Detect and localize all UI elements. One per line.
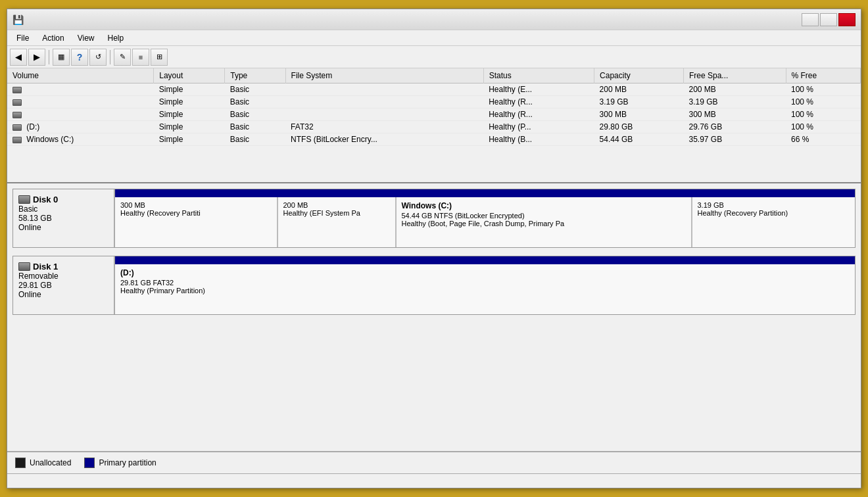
volume-icon — [12, 124, 22, 131]
toolbar-separator-2 — [110, 50, 110, 64]
table-row[interactable]: (D:)SimpleBasicFAT32Healthy (P...29.80 G… — [7, 121, 861, 133]
refresh-button[interactable]: ↺ — [89, 49, 107, 66]
disk-label-title: Disk 0 — [18, 195, 108, 204]
cell-free_space: 29.76 GB — [683, 121, 786, 133]
partition-cell[interactable]: 300 MBHealthy (Recovery Partiti — [115, 197, 278, 247]
disk-row: Disk 1Removable29.81 GBOnline(D:)29.81 G… — [12, 256, 856, 315]
cell-free_space: 300 MB — [683, 108, 786, 121]
disk-label-icon — [18, 195, 30, 204]
col-capacity[interactable]: Capacity — [594, 68, 684, 83]
menu-view[interactable]: View — [71, 32, 101, 44]
legend: Unallocated Primary partition — [7, 451, 861, 473]
toolbar: ◀ ▶ ▦ ? ↺ ✎ ≡ ⊞ — [7, 46, 861, 68]
disk-label: Disk 1Removable29.81 GBOnline — [13, 256, 115, 314]
cell-pct_free: 100 % — [786, 121, 860, 133]
cell-status: Healthy (R... — [483, 108, 594, 121]
grid-button[interactable]: ⊞ — [151, 49, 168, 66]
minimize-button[interactable] — [802, 13, 819, 26]
cell-status: Healthy (B... — [483, 133, 594, 146]
volume-icon — [12, 137, 22, 143]
cell-pct_free: 100 % — [786, 83, 860, 96]
partition-cell[interactable]: Windows (C:)54.44 GB NTFS (BitLocker Enc… — [397, 197, 692, 247]
disk-label-title: Disk 1 — [18, 262, 108, 272]
cell-volume: (D:) — [7, 121, 154, 133]
disk-type: Removable — [18, 272, 108, 281]
table-row[interactable]: Windows (C:)SimpleBasicNTFS (BitLocker E… — [7, 133, 861, 146]
cell-type: Basic — [225, 133, 285, 146]
cell-volume — [7, 108, 154, 121]
help-button[interactable]: ? — [71, 49, 88, 66]
disk-label-icon — [18, 262, 30, 271]
partition-title: Windows (C:) — [402, 201, 686, 210]
col-filesystem[interactable]: File System — [285, 68, 483, 83]
col-layout[interactable]: Layout — [154, 68, 225, 83]
cell-type: Basic — [225, 121, 285, 133]
cell-type: Basic — [225, 96, 285, 108]
forward-button[interactable]: ▶ — [28, 49, 45, 66]
cell-capacity: 300 MB — [594, 108, 684, 121]
cell-layout: Simple — [154, 108, 225, 121]
cell-free_space: 3.19 GB — [683, 96, 786, 108]
partition-detail: Healthy (Boot, Page File, Crash Dump, Pr… — [402, 220, 686, 227]
disk-bar — [115, 256, 855, 264]
disk-name: Disk 0 — [33, 195, 58, 204]
cell-capacity: 3.19 GB — [594, 96, 684, 108]
cell-layout: Simple — [154, 133, 225, 146]
cell-layout: Simple — [154, 96, 225, 108]
disk-partitions: 300 MBHealthy (Recovery Partiti200 MBHea… — [115, 189, 855, 247]
cell-type: Basic — [225, 83, 285, 96]
partition-size: 200 MB — [283, 201, 390, 209]
cell-status: Healthy (E... — [483, 83, 594, 96]
table-header-row: Volume Layout Type File System Status Ca… — [7, 68, 861, 83]
legend-unallocated-label: Unallocated — [30, 458, 71, 467]
disk-bar — [115, 189, 855, 197]
legend-unallocated-box — [15, 458, 26, 468]
table-row[interactable]: SimpleBasicHealthy (E...200 MB200 MB100 … — [7, 83, 861, 96]
table-row[interactable]: SimpleBasicHealthy (R...300 MB300 MB100 … — [7, 108, 861, 121]
disk-type: Basic — [18, 204, 108, 214]
cell-capacity: 29.80 GB — [594, 121, 684, 133]
properties-button[interactable]: ≡ — [132, 49, 149, 66]
disk-size: 29.81 GB — [18, 281, 108, 290]
legend-primary-box — [84, 458, 95, 468]
disk-status: Online — [18, 290, 108, 299]
partition-title: (D:) — [120, 268, 850, 277]
back-button[interactable]: ◀ — [10, 49, 27, 66]
volume-table-container: Volume Layout Type File System Status Ca… — [7, 68, 861, 183]
cell-pct_free: 66 % — [786, 133, 860, 146]
restore-button[interactable] — [820, 13, 837, 26]
disk-status: Online — [18, 223, 108, 232]
partition-size: 29.81 GB FAT32 — [120, 279, 850, 287]
partition-size: 300 MB — [120, 201, 272, 209]
partition-cells: (D:)29.81 GB FAT32Healthy (Primary Parti… — [115, 264, 855, 314]
table-row[interactable]: SimpleBasicHealthy (R...3.19 GB3.19 GB10… — [7, 96, 861, 108]
main-window: 💾 File Action View Help ◀ ▶ ▦ ? ↺ ✎ ≡ ⊞ — [7, 9, 861, 488]
close-button[interactable] — [838, 13, 856, 26]
menu-bar: File Action View Help — [7, 30, 861, 46]
menu-file[interactable]: File — [10, 32, 36, 44]
col-type[interactable]: Type — [225, 68, 285, 83]
col-freespace[interactable]: Free Spa... — [683, 68, 786, 83]
title-bar: 💾 — [7, 9, 861, 30]
partition-cell[interactable]: 3.19 GBHealthy (Recovery Partition) — [692, 197, 856, 247]
partition-detail: Healthy (Primary Partition) — [120, 287, 850, 295]
cell-filesystem — [285, 83, 483, 96]
volume-table: Volume Layout Type File System Status Ca… — [7, 68, 861, 146]
cell-capacity: 54.44 GB — [594, 133, 684, 146]
col-status[interactable]: Status — [483, 68, 594, 83]
legend-unallocated: Unallocated — [15, 458, 71, 468]
partition-cell[interactable]: (D:)29.81 GB FAT32Healthy (Primary Parti… — [115, 264, 855, 314]
edit-button[interactable]: ✎ — [114, 49, 131, 66]
console-button[interactable]: ▦ — [53, 49, 70, 66]
volume-icon — [12, 99, 22, 106]
menu-help[interactable]: Help — [101, 32, 131, 44]
cell-filesystem: NTFS (BitLocker Encry... — [285, 133, 483, 146]
partition-detail: Healthy (Recovery Partition) — [698, 209, 850, 217]
col-volume[interactable]: Volume — [7, 68, 154, 83]
cell-capacity: 200 MB — [594, 83, 684, 96]
cell-status: Healthy (R... — [483, 96, 594, 108]
status-bar — [7, 473, 861, 488]
col-pctfree[interactable]: % Free — [786, 68, 860, 83]
menu-action[interactable]: Action — [36, 32, 70, 44]
partition-cell[interactable]: 200 MBHealthy (EFI System Pa — [278, 197, 397, 247]
